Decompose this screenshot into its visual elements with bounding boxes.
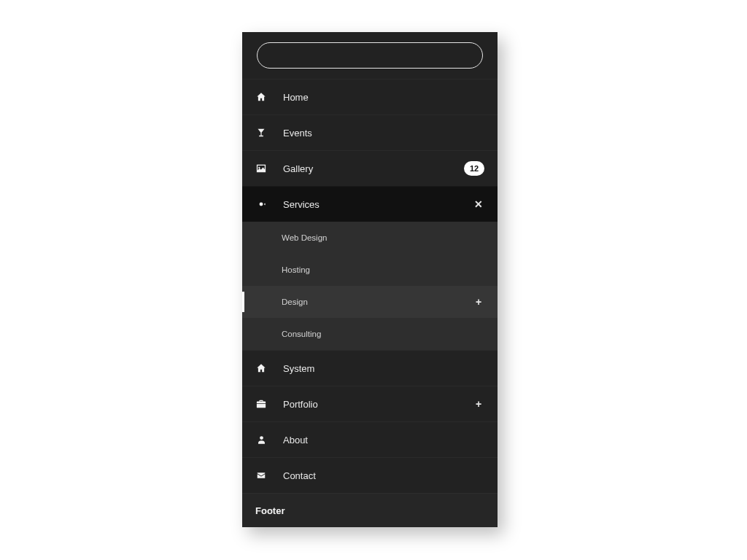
user-icon (255, 434, 267, 446)
sidebar-panel: Home Events Gallery 12 Services ✕ Web De… (242, 32, 498, 527)
sub-item-design[interactable]: Design + (242, 286, 498, 318)
menu-label: Portfolio (283, 399, 473, 410)
gallery-badge: 12 (464, 161, 484, 176)
sub-label: Web Design (282, 233, 327, 242)
menu-label: About (283, 435, 484, 446)
menu-label: Services (283, 199, 473, 210)
menu-label: System (283, 363, 484, 374)
menu-label: Events (283, 128, 484, 139)
sub-label: Hosting (282, 265, 310, 274)
close-icon[interactable]: ✕ (473, 198, 484, 210)
menu-label: Home (283, 92, 484, 103)
menu-item-home[interactable]: Home (242, 79, 498, 114)
menu-item-system[interactable]: System (242, 350, 498, 386)
search-input[interactable] (257, 42, 483, 69)
envelope-icon (255, 470, 267, 481)
menu-item-services[interactable]: Services ✕ (242, 186, 498, 222)
sub-label: Consulting (282, 330, 321, 338)
sub-label: Design (282, 298, 308, 306)
footer: Footer (242, 493, 498, 527)
glass-icon (255, 127, 267, 139)
menu-item-gallery[interactable]: Gallery 12 (242, 150, 498, 186)
plus-icon[interactable]: + (473, 398, 484, 410)
image-icon (255, 163, 267, 174)
search-container (242, 32, 498, 79)
menu-item-contact[interactable]: Contact (242, 457, 498, 493)
sub-item-hosting[interactable]: Hosting (242, 254, 498, 286)
home-icon (255, 362, 267, 374)
plus-icon[interactable]: + (473, 296, 484, 308)
menu-item-events[interactable]: Events (242, 114, 498, 150)
services-submenu: Web Design Hosting Design + Consulting (242, 222, 498, 350)
home-icon (255, 91, 267, 103)
menu-label: Gallery (283, 163, 464, 174)
gear-icon (255, 198, 267, 210)
sub-item-web-design[interactable]: Web Design (242, 222, 498, 254)
footer-label: Footer (255, 505, 285, 516)
menu-label: Contact (283, 470, 484, 481)
menu-item-about[interactable]: About (242, 421, 498, 457)
sub-item-consulting[interactable]: Consulting (242, 318, 498, 350)
menu-item-portfolio[interactable]: Portfolio + (242, 386, 498, 421)
briefcase-icon (255, 398, 267, 410)
